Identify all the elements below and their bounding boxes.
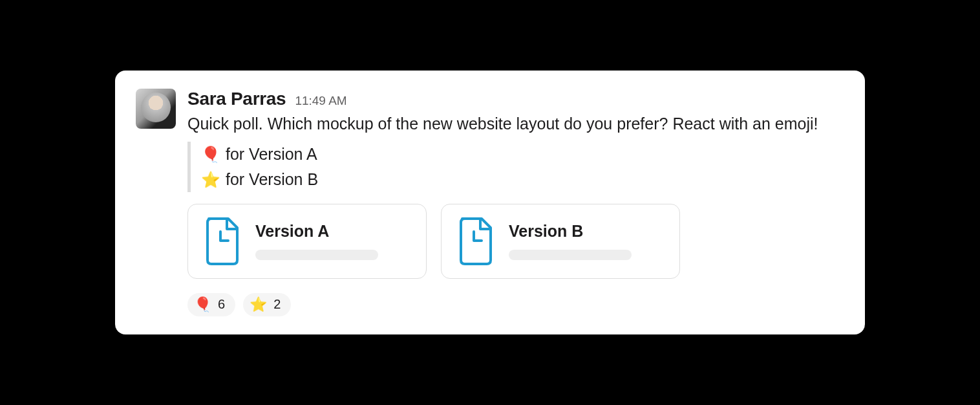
poll-option-label: for Version A	[226, 142, 317, 167]
attachment-body: Version B	[509, 222, 664, 260]
poll-option: ⭐ for Version B	[201, 167, 844, 192]
attachment-placeholder	[255, 250, 378, 260]
author-name[interactable]: Sara Parras	[187, 89, 286, 109]
reactions-bar: 🎈 6 ⭐ 2	[187, 293, 844, 316]
file-icon	[457, 217, 495, 265]
attachment-card[interactable]: Version A	[187, 204, 427, 279]
poll-options-block: 🎈 for Version A ⭐ for Version B	[187, 142, 844, 192]
attachment-title: Version A	[255, 222, 410, 241]
attachment-body: Version A	[255, 222, 410, 260]
attachments: Version A Version B	[187, 204, 844, 279]
reaction-pill[interactable]: ⭐ 2	[243, 293, 291, 316]
poll-option: 🎈 for Version A	[201, 142, 844, 167]
reaction-count: 6	[218, 297, 225, 312]
message-timestamp: 11:49 AM	[295, 94, 346, 108]
reaction-pill[interactable]: 🎈 6	[187, 293, 235, 316]
balloon-icon: 🎈	[194, 296, 211, 313]
star-icon: ⭐	[250, 296, 267, 313]
poll-option-label: for Version B	[226, 167, 318, 192]
message-text: Quick poll. Which mockup of the new webs…	[187, 112, 844, 135]
balloon-icon: 🎈	[201, 142, 220, 166]
reaction-count: 2	[273, 297, 281, 312]
message-header: Sara Parras 11:49 AM	[187, 89, 844, 109]
attachment-card[interactable]: Version B	[441, 204, 680, 279]
message-card: Sara Parras 11:49 AM Quick poll. Which m…	[115, 71, 865, 334]
message-content: Sara Parras 11:49 AM Quick poll. Which m…	[187, 89, 844, 316]
file-icon	[204, 217, 241, 265]
attachment-title: Version B	[509, 222, 664, 241]
star-icon: ⭐	[201, 168, 220, 192]
avatar[interactable]	[136, 89, 176, 129]
attachment-placeholder	[509, 250, 632, 260]
